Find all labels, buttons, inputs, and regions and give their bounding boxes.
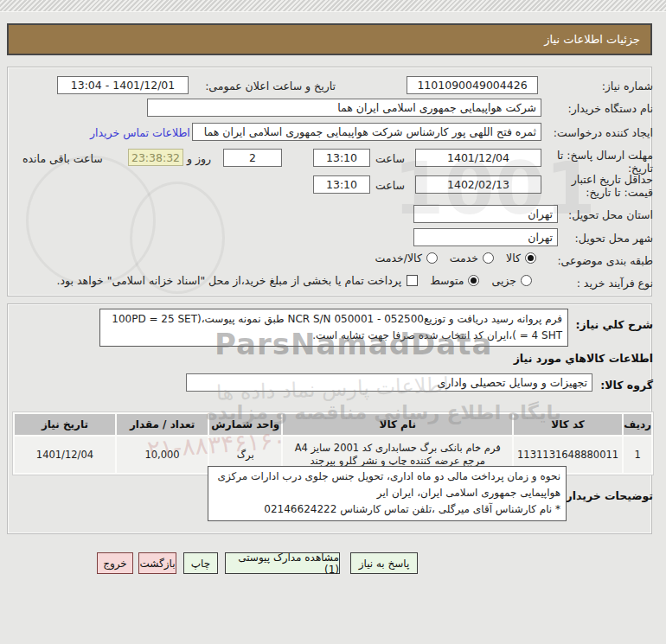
buyer-notes-line1: نحوه و زمان پرداخت مالی دو ماه اداری، تح… <box>214 469 560 501</box>
request-creator-label: ایجاد کننده درخواست: <box>554 126 653 139</box>
announce-datetime-field[interactable]: 1401/12/01 - 13:04 <box>57 76 189 94</box>
deadline-time-field[interactable]: 13:10 <box>313 149 370 167</box>
radio-goods-service[interactable]: کالا/خدمت <box>375 252 437 265</box>
days-and-label: روز و <box>187 152 211 165</box>
goods-section-heading: اطلاعات کالاهاي مورد نیاز <box>514 352 653 365</box>
radio-medium-circle[interactable] <box>468 275 479 286</box>
purchase-process-label: نوع فرآیند خرید : <box>577 277 653 290</box>
col-item-code: کد کالا <box>514 414 622 435</box>
cell-need-date: 1401/12/04 <box>15 437 115 473</box>
need-description-box[interactable]: فرم پروانه رسید دریافت و توزیع052500 - N… <box>99 309 568 347</box>
purchase-process-group: جزیی متوسط پرداخت تمام یا بخشی از مبلغ خ… <box>48 274 532 287</box>
response-deadline-label: مهلت ارسال پاسخ: تا تاریخ: <box>551 149 653 175</box>
radio-goods-label: کالا <box>506 252 521 265</box>
goods-group-field[interactable]: تجهیزات و وسایل تحصیلی واداری <box>186 373 592 392</box>
radio-minor-label: جزیی <box>491 274 516 287</box>
buyer-notes-box[interactable]: نحوه و زمان پرداخت مالی دو ماه اداری، تح… <box>208 466 567 521</box>
exit-button[interactable]: خروج <box>97 552 133 574</box>
treasury-checkbox-label: پرداخت تمام یا بخشی از مبلغ خرید،از محل … <box>57 274 402 287</box>
deadline-hour-label: ساعت <box>372 152 408 165</box>
buyer-org-field[interactable]: شرکت هواپیمایی جمهوری اسلامی ایران هما <box>147 99 541 117</box>
subject-category-label: طبقه بندی موضوعی: <box>557 254 653 267</box>
col-need-date: تاریخ نیاز <box>15 414 115 435</box>
radio-goods-service-label: کالا/خدمت <box>375 252 421 265</box>
col-unit: واحد شمارش <box>209 414 281 435</box>
deadline-date-field[interactable]: 1401/12/04 <box>415 149 541 167</box>
buyer-notes-label: توضیحات خریدار: <box>561 489 653 502</box>
print-button[interactable]: چاپ <box>183 552 218 574</box>
goods-group-label: گروه کالا: <box>600 379 653 392</box>
buyer-org-label: نام دستگاه خریدار: <box>568 102 653 115</box>
announce-datetime-label: تاریخ و ساعت اعلان عمومی: <box>205 80 336 92</box>
radio-goods-service-circle[interactable] <box>426 252 438 264</box>
radio-service-circle[interactable] <box>483 252 494 264</box>
validity-time-field[interactable]: 13:10 <box>313 175 370 194</box>
radio-service-label: خدمت <box>450 252 478 265</box>
delivery-province-field[interactable]: تهران <box>413 205 558 223</box>
need-number-label: شماره نیاز: <box>602 80 653 92</box>
radio-goods-circle[interactable] <box>525 252 536 264</box>
radio-medium[interactable]: متوسط <box>430 274 479 287</box>
request-creator-field[interactable]: ثمره فتح اللهی پور کارشناس شرکت هواپیمای… <box>192 123 541 141</box>
need-details-page: جزئیات اطلاعات نیاز شماره نیاز: 11010900… <box>0 0 666 644</box>
view-attachments-button[interactable]: مشاهده مدارک پیوستی (1) <box>225 552 340 574</box>
need-number-field[interactable]: 1101090049004426 <box>407 76 538 94</box>
radio-medium-label: متوسط <box>430 274 464 287</box>
need-description-label: شرح کلي نیاز: <box>576 318 653 331</box>
col-item-name: نام کالا <box>283 414 512 435</box>
buyer-contact-link[interactable]: اطلاعات تماس خریدار <box>90 126 190 139</box>
countdown-timer: 23:38:32 <box>128 149 183 166</box>
radio-goods[interactable]: کالا <box>506 252 536 265</box>
radio-service[interactable]: خدمت <box>450 252 494 265</box>
delivery-province-label: استان محل تحویل: <box>568 208 653 221</box>
col-quantity: تعداد / مقدار <box>117 414 208 435</box>
price-validity-label: حداقل تاریخ اعتبار قیمت: تا تاریخ: <box>549 173 653 199</box>
goods-table-header-row: ردیف کد کالا نام کالا واحد شمارش تعداد /… <box>15 414 651 435</box>
delivery-city-label: شهر محل تحویل: <box>575 232 653 245</box>
page-title: جزئیات اطلاعات نیاز <box>7 23 652 55</box>
delivery-city-field[interactable]: تهران <box>413 228 558 246</box>
remaining-days-field[interactable]: 2 <box>223 149 282 167</box>
back-button[interactable]: بازگشت <box>138 552 176 574</box>
treasury-checkbox-item[interactable]: پرداخت تمام یا بخشی از مبلغ خرید،از محل … <box>57 274 419 287</box>
hours-remaining-label: ساعت باقی مانده <box>22 152 103 165</box>
cell-quantity: 10,000 <box>117 437 208 473</box>
cell-row-number: 1 <box>624 437 651 473</box>
respond-button[interactable]: پاسخ به نیاز <box>350 552 418 574</box>
radio-minor[interactable]: جزیی <box>491 274 532 287</box>
buyer-notes-line2: * نام کارشناس آقای میرگلی ،تلفن تماس کار… <box>214 501 560 518</box>
top-texture-strip <box>0 0 666 12</box>
subject-category-group: کالا خدمت کالا/خدمت <box>353 252 536 265</box>
validity-hour-label: ساعت <box>372 179 408 192</box>
page-title-text: جزئیات اطلاعات نیاز <box>544 33 640 46</box>
treasury-checkbox[interactable] <box>407 275 418 286</box>
validity-date-field[interactable]: 1402/02/13 <box>415 175 541 194</box>
radio-minor-circle[interactable] <box>521 275 532 286</box>
col-row-number: ردیف <box>624 414 651 435</box>
